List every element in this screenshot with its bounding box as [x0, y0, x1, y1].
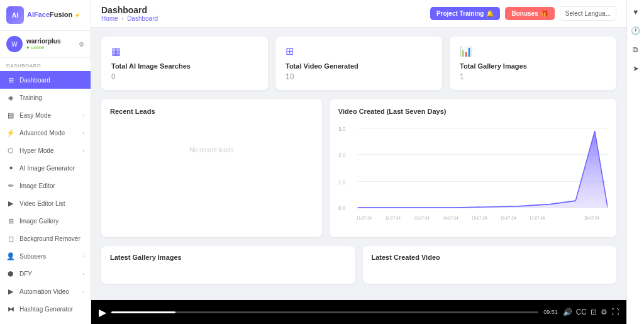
user-status: ● online — [26, 45, 79, 50]
clock-icon[interactable]: 🕐 — [629, 24, 643, 38]
sidebar-item-automation-video[interactable]: ▶ Automation Video › — [0, 282, 91, 300]
chart-area: 3.0 2.0 1.0 0.0 — [338, 121, 608, 228]
chart-svg: 3.0 2.0 1.0 0.0 — [338, 121, 608, 228]
progress-fill — [111, 311, 175, 313]
svg-text:15-07-24: 15-07-24 — [472, 216, 487, 220]
sidebar-item-label: Easy Mode — [19, 112, 51, 119]
chevron-icon: › — [82, 271, 84, 277]
header-right: Project Training 🔔 Bonuses 🎁 Select Lang… — [430, 6, 616, 21]
screenshot-icon[interactable]: ⊡ — [591, 308, 597, 316]
svg-text:14-07-24: 14-07-24 — [443, 216, 458, 220]
user-info: warriorplus ● online — [26, 38, 79, 50]
stat-card-title: Total Gallery Images — [460, 62, 606, 70]
page-title: Dashboard — [101, 5, 158, 15]
sidebar-item-label: Video Editor List — [19, 200, 65, 207]
stat-card-value: 10 — [286, 72, 432, 81]
sidebar-item-dfy[interactable]: ⬢ DFY › — [0, 265, 91, 282]
sidebar-item-dashboard[interactable]: ⊞ Dashboard — [0, 71, 91, 89]
sidebar-item-image-gallery[interactable]: ⊞ Image Gallery — [0, 212, 91, 230]
video-gen-icon: ⊞ — [286, 45, 432, 57]
stat-card-value: 1 — [460, 72, 606, 81]
sidebar-item-easy-mode[interactable]: ▤ Easy Mode › — [0, 106, 91, 124]
gallery-icon: ⊞ — [6, 216, 15, 225]
video-player-bar: ▶ 09:51 🔊 CC ⊡ ⚙ ⛶ — [91, 300, 626, 324]
latest-video-panel: Latest Created Video — [363, 246, 617, 284]
breadcrumb-current: Dashboard — [127, 15, 158, 22]
sidebar-item-training[interactable]: ◈ Training — [0, 89, 91, 106]
layers-icon[interactable]: ⧉ — [629, 43, 643, 57]
stat-card-video-generated: ⊞ Total Video Generated 10 — [275, 36, 442, 90]
svg-text:2.0: 2.0 — [338, 152, 346, 159]
play-button[interactable]: ▶ — [99, 306, 106, 318]
stat-card-title: Total Video Generated — [286, 62, 432, 70]
stat-card-value: 0 — [111, 72, 258, 81]
gallery-panel-title: Latest Gallery Images — [110, 254, 347, 261]
recent-leads-title: Recent Leads — [110, 108, 313, 115]
stat-card-ai-searches: ▦ Total AI Image Searches 0 — [101, 36, 268, 90]
advanced-mode-icon: ⚡ — [6, 128, 15, 137]
heart-icon[interactable]: ♥ — [629, 5, 643, 19]
svg-text:11-07-24: 11-07-24 — [356, 216, 372, 220]
header: Dashboard Home › Dashboard Project Train… — [91, 0, 626, 28]
dashboard-icon: ⊞ — [6, 75, 15, 84]
project-training-button[interactable]: Project Training 🔔 — [430, 7, 501, 20]
bg-remover-icon: ◻ — [6, 234, 15, 243]
sidebar-item-subusers[interactable]: 👤 Subusers › — [0, 247, 91, 265]
subusers-icon: 👤 — [6, 252, 15, 260]
sidebar-item-bg-remover[interactable]: ◻ Background Remover — [0, 230, 91, 247]
time-display: 09:51 — [543, 309, 558, 315]
breadcrumb-home: Home — [101, 15, 118, 22]
send-icon[interactable]: ➤ — [629, 62, 643, 75]
sidebar-item-image-editor[interactable]: ✏ Image Editor — [0, 177, 91, 194]
main-panels-row: Recent Leads No recent leads Video Creat… — [101, 99, 616, 237]
chart-panel: Video Created (Last Seven Days) 3.0 2.0 … — [330, 99, 616, 237]
language-label: Select Langua... — [565, 10, 611, 17]
settings-icon[interactable]: ⚙ — [601, 308, 608, 316]
player-controls: 🔊 CC ⊡ ⚙ ⛶ — [563, 308, 619, 316]
language-selector[interactable]: Select Langua... — [560, 6, 616, 21]
captions-icon[interactable]: CC — [576, 308, 587, 316]
chevron-icon: › — [82, 148, 84, 154]
dfy-icon: ⬢ — [6, 269, 15, 278]
sidebar-item-hashtag[interactable]: ⧓ Hashtag Generator — [0, 300, 91, 318]
sidebar-item-label: Automation Video — [19, 288, 69, 295]
settings-icon[interactable]: ⚙ — [79, 41, 84, 48]
svg-text:3.0: 3.0 — [338, 126, 346, 132]
sidebar-section-label: DASHBOARD — [0, 58, 91, 71]
sidebar-item-label: DFY — [19, 271, 32, 277]
svg-text:13-07-24: 13-07-24 — [414, 216, 430, 220]
svg-text:12-07-24: 12-07-24 — [385, 216, 401, 220]
gallery-video-row: Latest Gallery Images Latest Created Vid… — [101, 246, 616, 284]
sidebar-item-video-editor[interactable]: ▶ Video Editor List — [0, 194, 91, 212]
sidebar-logo: AI AIFaceFusion ⚡ — [0, 0, 91, 31]
main-content: Dashboard Home › Dashboard Project Train… — [91, 0, 626, 324]
latest-gallery-panel: Latest Gallery Images — [101, 246, 355, 284]
sidebar-item-ai-image-generator[interactable]: ✦ AI Image Generator — [0, 159, 91, 177]
svg-text:18-07-24: 18-07-24 — [584, 216, 599, 220]
bonuses-button[interactable]: Bonuses 🎁 — [505, 7, 554, 20]
volume-icon[interactable]: 🔊 — [563, 308, 572, 316]
sidebar-item-label: AI Image Generator — [19, 165, 75, 172]
header-left: Dashboard Home › Dashboard — [101, 5, 158, 22]
sidebar-item-label: Image Editor — [19, 182, 55, 189]
sidebar: AI AIFaceFusion ⚡ W warriorplus ● online… — [0, 0, 91, 324]
sidebar-item-advanced-mode[interactable]: ⚡ Advanced Mode › — [0, 124, 91, 142]
logo-icon: AI — [6, 6, 24, 24]
svg-text:17-07-24: 17-07-24 — [530, 216, 545, 220]
stats-row: ▦ Total AI Image Searches 0 ⊞ Total Vide… — [101, 36, 616, 90]
bonuses-btn-icon: 🎁 — [541, 10, 548, 17]
fullscreen-icon[interactable]: ⛶ — [611, 308, 619, 316]
sidebar-item-1click[interactable]: ☁ 1 Click Ti... — [0, 318, 91, 324]
training-icon: ◈ — [6, 93, 15, 102]
ai-searches-icon: ▦ — [111, 45, 258, 57]
user-name: warriorplus — [26, 38, 79, 45]
recent-leads-panel: Recent Leads No recent leads — [101, 99, 322, 237]
ai-image-icon: ✦ — [6, 164, 15, 172]
chevron-icon: › — [82, 130, 84, 136]
user-section: W warriorplus ● online ⚙ — [0, 31, 91, 58]
sidebar-item-hyper-mode[interactable]: ⬡ Hyper Mode › — [0, 142, 91, 159]
progress-bar[interactable] — [111, 311, 538, 313]
video-editor-icon: ▶ — [6, 199, 15, 208]
sidebar-item-label: Hyper Mode — [19, 147, 53, 154]
image-editor-icon: ✏ — [6, 181, 15, 190]
